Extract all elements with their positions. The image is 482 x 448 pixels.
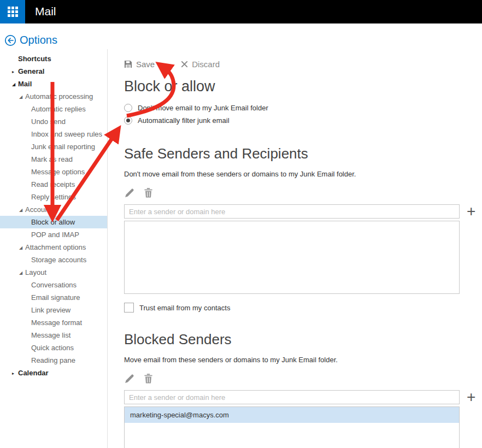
safe-senders-title: Safe Senders and Recipients — [124, 145, 477, 162]
page-title: Block or allow — [124, 78, 477, 95]
sidebar-item-automatic-processing[interactable]: ◢Automatic processing — [0, 90, 107, 103]
sidebar-item-block-or-allow[interactable]: Block or allow — [0, 216, 107, 228]
junk-option-auto-filter[interactable]: Automatically filter junk email — [124, 114, 477, 127]
sidebar-item-calendar[interactable]: ▸Calendar — [0, 367, 107, 379]
app-title: Mail — [35, 0, 56, 23]
app-launcher-button[interactable] — [0, 0, 25, 23]
trash-icon — [144, 187, 153, 198]
tree-expanded-icon[interactable]: ◢ — [19, 91, 25, 103]
tree-expanded-icon[interactable]: ◢ — [19, 204, 25, 216]
mail-options-window: Mail Options Shortcuts ▸General ◢Mail ◢A… — [0, 0, 482, 448]
sidebar-item-mail[interactable]: ◢Mail — [0, 78, 107, 90]
sidebar-item-shortcuts[interactable]: Shortcuts — [0, 52, 107, 65]
tree-collapsed-icon[interactable]: ▸ — [12, 66, 18, 78]
safe-senders-toolbar — [124, 187, 477, 199]
tree-expanded-icon[interactable]: ◢ — [12, 78, 18, 91]
floppy-disk-icon — [124, 60, 132, 68]
sidebar-item-layout[interactable]: ◢Layout — [0, 266, 107, 279]
safe-sender-input-row: + — [124, 204, 477, 219]
edit-safe-sender-button[interactable] — [124, 188, 134, 198]
sidebar-item-general[interactable]: ▸General — [0, 65, 107, 78]
blocked-senders-toolbar — [124, 373, 477, 385]
sidebar-item-storage-accounts[interactable]: Storage accounts — [0, 254, 107, 266]
sidebar-item-message-list[interactable]: Message list — [0, 329, 107, 341]
sidebar-item-mark-as-read[interactable]: Mark as read — [0, 153, 107, 166]
sidebar-item-junk-email-reporting[interactable]: Junk email reporting — [0, 140, 107, 153]
save-label: Save — [136, 60, 155, 69]
sidebar-item-accounts[interactable]: ◢Accounts — [0, 203, 107, 216]
trust-contacts-row[interactable]: Trust email from my contacts — [124, 303, 477, 313]
blocked-sender-input[interactable] — [124, 390, 460, 404]
options-back-label: Options — [20, 34, 57, 46]
trash-icon — [144, 373, 153, 384]
sidebar-item-quick-actions[interactable]: Quick actions — [0, 341, 107, 354]
block-or-allow-panel: Save Discard Block or allow Don't move e… — [124, 55, 477, 448]
delete-blocked-sender-button[interactable] — [144, 373, 153, 384]
sidebar-item-inbox-and-sweep-rules[interactable]: Inbox and sweep rules — [0, 128, 107, 140]
options-sidebar: Shortcuts ▸General ◢Mail ◢Automatic proc… — [0, 52, 107, 379]
junk-option-dont-move[interactable]: Don't move email to my Junk Email folder — [124, 102, 477, 114]
save-button[interactable]: Save — [124, 60, 155, 69]
sidebar-item-email-signature[interactable]: Email signature — [0, 291, 107, 304]
sidebar-item-message-options[interactable]: Message options — [0, 166, 107, 178]
safe-senders-description: Don't move email from these senders or d… — [124, 170, 477, 178]
x-icon — [181, 61, 188, 68]
top-app-bar: Mail — [0, 0, 482, 23]
sidebar-divider — [107, 49, 108, 448]
add-blocked-sender-button[interactable]: + — [467, 392, 475, 403]
sidebar-item-link-preview[interactable]: Link preview — [0, 304, 107, 316]
options-back-link[interactable]: Options — [4, 34, 57, 46]
blocked-senders-list[interactable]: marketing-special@macys.com — [124, 406, 460, 448]
sidebar-item-attachment-options[interactable]: ◢Attachment options — [0, 241, 107, 254]
sidebar-item-read-receipts[interactable]: Read receipts — [0, 178, 107, 191]
radio-unselected-icon[interactable] — [124, 104, 132, 112]
sidebar-item-pop-and-imap[interactable]: POP and IMAP — [0, 228, 107, 241]
sidebar-item-undo-send[interactable]: Undo send — [0, 115, 107, 128]
blocked-sender-input-row: + — [124, 390, 477, 404]
add-safe-sender-button[interactable]: + — [467, 206, 475, 217]
blocked-senders-title: Blocked Senders — [124, 331, 477, 348]
safe-senders-list[interactable] — [124, 221, 460, 294]
circled-left-arrow-icon — [4, 34, 16, 46]
discard-label: Discard — [192, 60, 220, 69]
blocked-sender-list-item[interactable]: marketing-special@macys.com — [125, 407, 459, 423]
sidebar-item-message-format[interactable]: Message format — [0, 316, 107, 329]
sidebar-item-automatic-replies[interactable]: Automatic replies — [0, 103, 107, 115]
delete-safe-sender-button[interactable] — [144, 187, 153, 198]
tree-expanded-icon[interactable]: ◢ — [19, 241, 25, 254]
sidebar-item-reading-pane[interactable]: Reading pane — [0, 354, 107, 367]
pencil-icon — [124, 374, 134, 384]
sidebar-item-conversations[interactable]: Conversations — [0, 279, 107, 291]
discard-button[interactable]: Discard — [181, 60, 220, 69]
waffle-grid-icon — [8, 7, 18, 17]
sidebar-item-reply-settings[interactable]: Reply settings — [0, 191, 107, 203]
blocked-senders-description: Move email from these senders or domains… — [124, 356, 477, 364]
safe-sender-input[interactable] — [124, 204, 460, 219]
trust-contacts-label: Trust email from my contacts — [139, 304, 230, 312]
save-discard-toolbar: Save Discard — [124, 58, 477, 70]
tree-collapsed-icon[interactable]: ▸ — [12, 367, 18, 380]
tree-expanded-icon[interactable]: ◢ — [19, 267, 25, 279]
pencil-icon — [124, 188, 134, 198]
trust-contacts-checkbox[interactable] — [124, 303, 134, 313]
radio-selected-icon[interactable] — [124, 116, 132, 125]
edit-blocked-sender-button[interactable] — [124, 374, 134, 384]
